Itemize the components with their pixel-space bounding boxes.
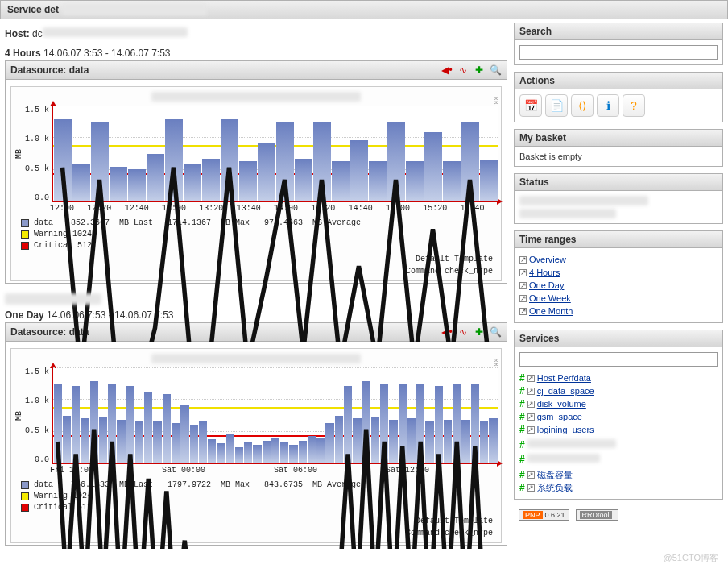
- external-link-icon: ↗: [519, 295, 527, 302]
- external-link-icon: ↗: [527, 413, 535, 421]
- search-header: Search: [515, 23, 722, 40]
- hash-icon: #: [519, 410, 525, 423]
- host-redacted: [43, 27, 188, 37]
- actions-box: Actions 📅 📄 ⟨⟩ ℹ ?: [514, 72, 723, 122]
- hash-icon: #: [519, 423, 525, 436]
- external-link-icon: ↗: [519, 308, 527, 315]
- page-title-redacted: [62, 4, 207, 15]
- calendar-icon[interactable]: 📅: [519, 94, 542, 117]
- external-link-icon: ↗: [527, 388, 535, 395]
- interim-redacted: [5, 293, 101, 305]
- host-line: Host: dc: [5, 27, 507, 39]
- hash-icon: #: [519, 481, 525, 494]
- basket-box: My basket Basket is empty: [514, 129, 723, 167]
- rrdtool-badge[interactable]: RRDtool: [576, 509, 618, 521]
- y-axis-label: MB: [14, 149, 23, 159]
- hash-icon: #: [519, 384, 525, 397]
- timerange-link[interactable]: Overview: [529, 253, 566, 266]
- actions-header: Actions: [515, 73, 722, 89]
- basket-text: Basket is empty: [515, 147, 722, 166]
- services-filter-input[interactable]: [519, 352, 718, 367]
- service-redacted: [527, 454, 600, 463]
- pdf-icon[interactable]: 📄: [545, 94, 568, 117]
- footer-badges: PNP0.6.21 RRDtool: [514, 506, 723, 524]
- hash-icon: #: [519, 372, 525, 384]
- external-link-icon: ↗: [527, 484, 535, 492]
- service-link[interactable]: Host Perfdata: [537, 372, 591, 384]
- service-link[interactable]: disk_volume: [537, 397, 586, 410]
- status-header: Status: [515, 174, 722, 191]
- y-axis: 1.5 k1.0 k0.5 k0.0: [25, 106, 52, 202]
- service-link[interactable]: 磁盘容量: [537, 468, 573, 481]
- external-link-icon: ↗: [527, 471, 535, 479]
- service-link[interactable]: 系统负载: [537, 481, 573, 494]
- external-link-icon: ↗: [527, 375, 535, 382]
- timerange-link[interactable]: 4 Hours: [529, 266, 560, 279]
- hash-icon: #: [519, 397, 525, 410]
- external-link-icon: ↗: [519, 256, 527, 264]
- service-redacted: [527, 439, 616, 448]
- external-link-icon: ↗: [519, 282, 527, 289]
- y-axis-label: MB: [14, 411, 23, 421]
- chart-title-redacted-2: [151, 354, 361, 363]
- status-box: Status: [514, 173, 723, 224]
- service-link[interactable]: gsm_space: [537, 410, 582, 423]
- status-icon[interactable]: ◀•: [441, 64, 453, 77]
- timerange-link[interactable]: One Week: [529, 292, 571, 305]
- external-link-icon: ↗: [527, 401, 535, 408]
- chart-box-1: RRDTOOL / TOBI OETIKER MB 1.5 k1.0 k0.5 …: [5, 80, 507, 284]
- services-box: Services # ↗Host Perfdata# ↗cj_data_spac…: [514, 330, 723, 500]
- hash-icon: #: [519, 468, 525, 481]
- external-link-icon: ↗: [519, 269, 527, 276]
- zoom-icon[interactable]: 🔍: [489, 64, 502, 77]
- info-icon[interactable]: ℹ: [597, 94, 619, 117]
- chart-box-2: RRDTOOL / TOBI OETIKER MB 1.5 k1.0 k0.5 …: [5, 342, 507, 546]
- xml-icon[interactable]: ⟨⟩: [571, 94, 594, 117]
- status-redacted: [519, 209, 616, 218]
- search-input[interactable]: [519, 45, 718, 60]
- title-bar: Service det: [0, 0, 728, 19]
- plot-area-1[interactable]: [52, 106, 498, 202]
- y-axis: 1.5 k1.0 k0.5 k0.0: [25, 367, 52, 464]
- panel-header-1: Datasource: data ◀• ∿ ✚ 🔍: [5, 60, 507, 80]
- legend-data: data: [34, 479, 53, 491]
- search-box: Search: [514, 23, 723, 65]
- services-header: Services: [515, 330, 722, 347]
- timeranges-header: Time ranges: [515, 231, 722, 248]
- pnp-badge[interactable]: PNP0.6.21: [519, 509, 569, 521]
- service-link[interactable]: logining_users: [537, 423, 594, 436]
- basket-header: My basket: [515, 130, 722, 147]
- service-link[interactable]: cj_data_space: [537, 384, 594, 397]
- help-icon[interactable]: ?: [623, 94, 645, 117]
- external-link-icon: ↗: [527, 426, 535, 434]
- status-redacted: [519, 196, 648, 205]
- legend-data: data: [34, 218, 53, 229]
- page-title-prefix: Service det: [7, 4, 59, 15]
- plot-area-2[interactable]: [52, 367, 498, 464]
- timerange-link[interactable]: One Day: [529, 279, 564, 292]
- add-icon[interactable]: ✚: [473, 64, 486, 77]
- range-title-1: 4 Hours 14.06.07 3:53 - 14.06.07 7:53: [5, 48, 507, 59]
- trend-icon[interactable]: ∿: [457, 64, 469, 77]
- timeranges-box: Time ranges ↗ Overview↗ 4 Hours↗ One Day…: [514, 230, 723, 323]
- timerange-link[interactable]: One Month: [529, 305, 573, 318]
- chart-title-redacted-1: [151, 92, 361, 102]
